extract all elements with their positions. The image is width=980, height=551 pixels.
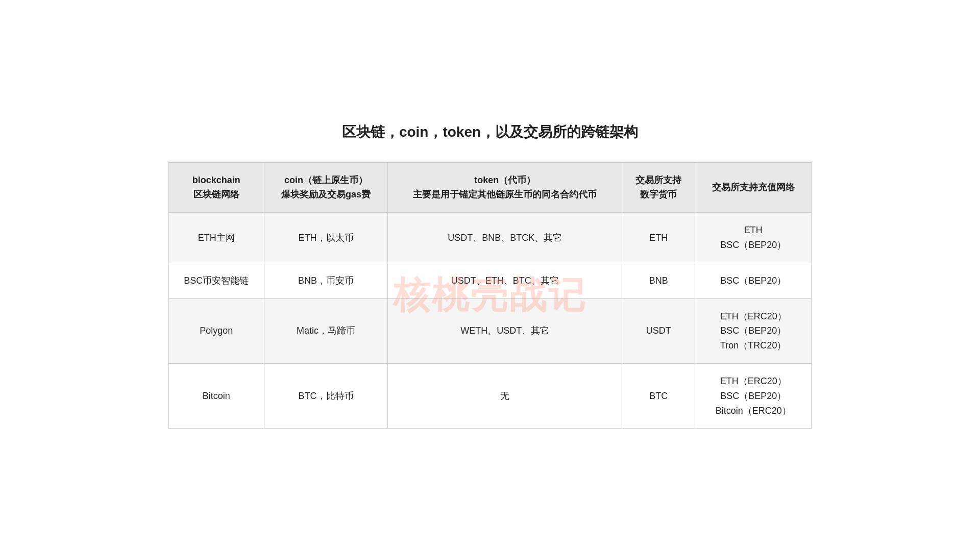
col-header-exchange-coin-line2: 数字货币 — [640, 189, 677, 199]
table-row: BitcoinBTC，比特币无BTCETH（ERC20）BSC（BEP20）Bi… — [169, 363, 812, 428]
col-header-token: token（代币） 主要是用于锚定其他链原生币的同名合约代币 — [388, 162, 622, 213]
col-header-coin-line2: 爆块奖励及交易gas费 — [281, 189, 371, 199]
col-header-coin: coin（链上原生币） 爆块奖励及交易gas费 — [264, 162, 388, 213]
cell-exchange-network: BSC（BEP20） — [695, 263, 812, 298]
cell-blockchain: ETH主网 — [169, 213, 264, 263]
cell-exchange-coin: ETH — [622, 213, 695, 263]
cell-exchange-network: ETH（ERC20）BSC（BEP20）Bitcoin（ERC20） — [695, 363, 812, 428]
col-header-exchange-network-line1: 交易所支持充值网络 — [712, 182, 795, 192]
cell-token: WETH、USDT、其它 — [388, 298, 622, 363]
col-header-blockchain: blockchain 区块链网络 — [169, 162, 264, 213]
page-title: 区块链，coin，token，以及交易所的跨链架构 — [342, 122, 638, 142]
cell-exchange-network: ETH（ERC20）BSC（BEP20）Tron（TRC20） — [695, 298, 812, 363]
col-header-token-line2: 主要是用于锚定其他链原生币的同名合约代币 — [413, 189, 597, 199]
cell-coin: BTC，比特币 — [264, 363, 388, 428]
table-row: PolygonMatic，马蹄币WETH、USDT、其它USDTETH（ERC2… — [169, 298, 812, 363]
col-header-token-line1: token（代币） — [474, 175, 535, 185]
col-header-exchange-network: 交易所支持充值网络 — [695, 162, 812, 213]
table-header-row: blockchain 区块链网络 coin（链上原生币） 爆块奖励及交易gas费… — [169, 162, 812, 213]
cell-coin: BNB，币安币 — [264, 263, 388, 298]
col-header-blockchain-line1: blockchain — [192, 175, 240, 185]
cell-token: 无 — [388, 363, 622, 428]
col-header-exchange-coin: 交易所支持 数字货币 — [622, 162, 695, 213]
cell-exchange-network: ETHBSC（BEP20） — [695, 213, 812, 263]
table-row: BSC币安智能链BNB，币安币USDT、ETH、BTC、其它BNBBSC（BEP… — [169, 263, 812, 298]
table-row: ETH主网ETH，以太币USDT、BNB、BTCK、其它ETHETHBSC（BE… — [169, 213, 812, 263]
col-header-blockchain-line2: 区块链网络 — [193, 189, 239, 199]
cell-exchange-coin: BTC — [622, 363, 695, 428]
cell-blockchain: Polygon — [169, 298, 264, 363]
cell-token: USDT、ETH、BTC、其它 — [388, 263, 622, 298]
cell-exchange-coin: USDT — [622, 298, 695, 363]
cell-token: USDT、BNB、BTCK、其它 — [388, 213, 622, 263]
cell-blockchain: Bitcoin — [169, 363, 264, 428]
col-header-coin-line1: coin（链上原生币） — [284, 175, 368, 185]
main-table: blockchain 区块链网络 coin（链上原生币） 爆块奖励及交易gas费… — [168, 162, 812, 429]
cell-coin: ETH，以太币 — [264, 213, 388, 263]
col-header-exchange-coin-line1: 交易所支持 — [635, 175, 681, 185]
table-wrapper: 核桃壳战记 blockchain 区块链网络 coin（链上原生币） 爆块奖励及… — [168, 162, 812, 429]
cell-coin: Matic，马蹄币 — [264, 298, 388, 363]
cell-exchange-coin: BNB — [622, 263, 695, 298]
cell-blockchain: BSC币安智能链 — [169, 263, 264, 298]
